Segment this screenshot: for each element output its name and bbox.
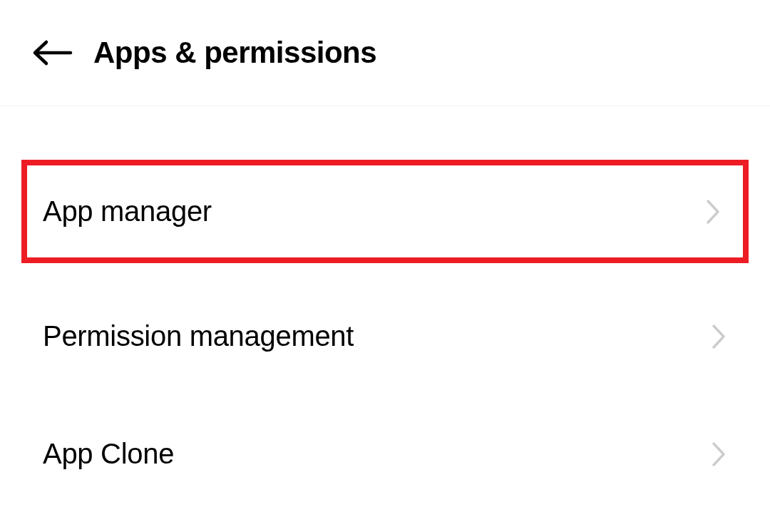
settings-list: App manager Permission management App Cl… [0,106,770,498]
list-item-app-manager[interactable]: App manager [21,160,749,263]
list-item-label: App manager [43,195,212,227]
chevron-right-icon [710,440,727,469]
page-title: Apps & permissions [93,36,376,70]
back-button[interactable] [32,37,73,68]
chevron-right-icon [704,198,722,226]
page-header: Apps & permissions [0,0,770,106]
list-item-app-clone[interactable]: App Clone [0,409,770,498]
list-item-permission-management[interactable]: Permission management [0,292,770,381]
arrow-left-icon [32,39,73,66]
chevron-right-icon [710,322,727,351]
list-item-label: App Clone [43,438,174,470]
list-item-label: Permission management [43,320,354,352]
